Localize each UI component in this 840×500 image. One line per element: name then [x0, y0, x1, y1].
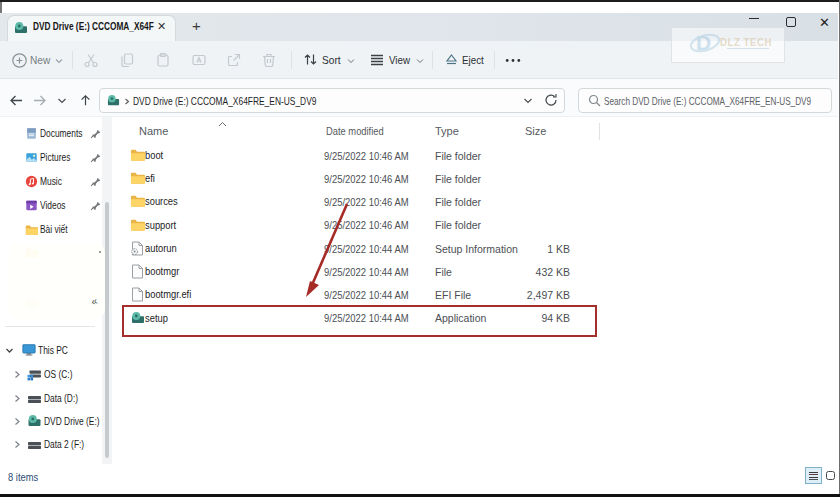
svg-text:D: D	[696, 31, 711, 54]
